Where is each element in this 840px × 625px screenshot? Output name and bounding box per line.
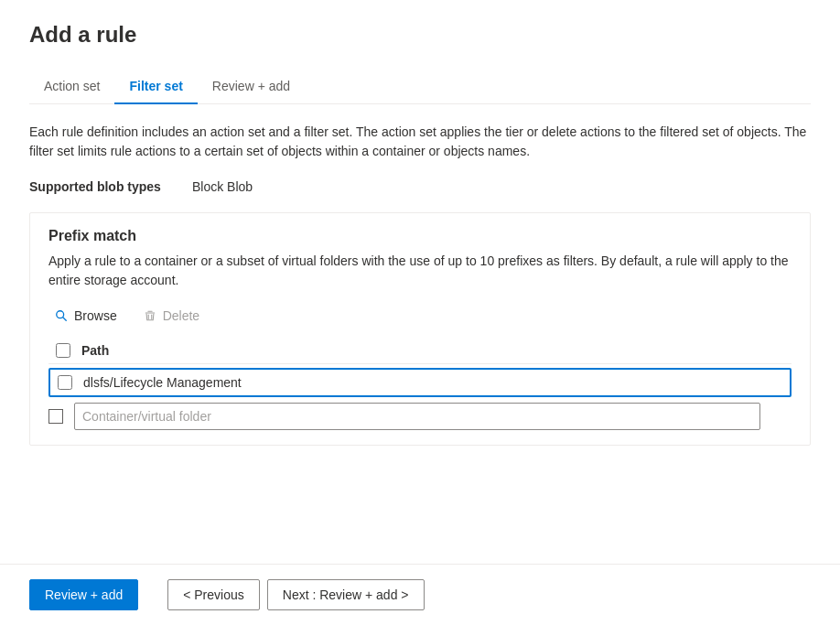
filter-set-description: Each rule definition includes an action … [29, 123, 811, 161]
select-all-checkbox[interactable] [56, 343, 70, 358]
footer: Review + add < Previous Next : Review + … [0, 564, 840, 625]
prefix-match-toolbar: Browse Delete [48, 305, 792, 327]
tab-action-set[interactable]: Action set [29, 70, 114, 104]
supported-blob-value: Block Blob [192, 179, 253, 194]
svg-line-1 [63, 318, 67, 321]
prefix-match-title: Prefix match [48, 228, 792, 244]
row-path-0: dlsfs/Lifecycle Management [83, 375, 242, 390]
browse-button[interactable]: Browse [48, 305, 123, 327]
review-add-button[interactable]: Review + add [29, 579, 138, 610]
tab-filter-set[interactable]: Filter set [114, 70, 197, 104]
supported-blob-label: Supported blob types [29, 179, 185, 194]
next-button[interactable]: Next : Review + add > [267, 579, 425, 610]
prefix-match-section: Prefix match Apply a rule to a container… [29, 212, 811, 446]
row-checkbox-0[interactable] [58, 375, 72, 390]
table-header: Path [48, 338, 792, 364]
footer-nav: < Previous Next : Review + add > [167, 579, 424, 610]
previous-button[interactable]: < Previous [167, 579, 260, 610]
tab-review-add[interactable]: Review + add [198, 70, 305, 104]
browse-label: Browse [74, 308, 117, 323]
delete-button[interactable]: Delete [137, 305, 205, 327]
column-path-header: Path [81, 343, 109, 358]
search-icon [54, 308, 69, 323]
prefix-match-description: Apply a rule to a container or a subset … [48, 252, 792, 290]
entry-checkbox-spacer [48, 409, 63, 424]
delete-label: Delete [163, 308, 199, 323]
tabs: Action set Filter set Review + add [29, 70, 811, 104]
svg-rect-3 [147, 311, 152, 312]
trash-icon [143, 308, 157, 323]
container-folder-input[interactable] [74, 403, 760, 430]
page-title: Add a rule [29, 22, 811, 48]
supported-blob-row: Supported blob types Block Blob [29, 179, 811, 194]
svg-rect-2 [145, 313, 155, 314]
table-row: dlsfs/Lifecycle Management [48, 368, 792, 397]
new-entry-row [48, 403, 792, 430]
